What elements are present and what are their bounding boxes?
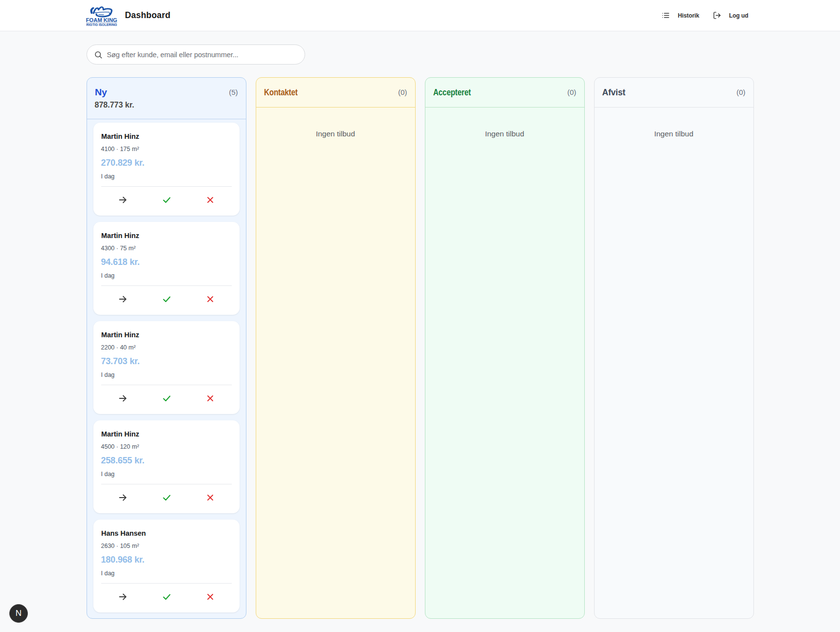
- svg-text:FOAM KING: FOAM KING: [86, 17, 117, 23]
- svg-text:RIGTIG ISOLERING: RIGTIG ISOLERING: [86, 23, 117, 26]
